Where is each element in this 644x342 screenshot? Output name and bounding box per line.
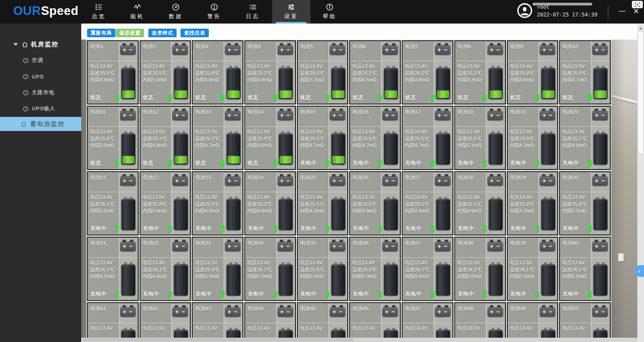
tab-energy[interactable]: 能耗	[118, 0, 157, 24]
battery-plus-minus-icon[interactable]: +−	[330, 45, 345, 55]
battery-card[interactable]: +− 电池17 电压13.4V 温度25.5℃ 内阻4.7mΩ 充电中	[402, 106, 453, 170]
battery-card[interactable]: +− 电池43 电压13.3V	[192, 302, 243, 342]
battery-plus-minus-icon[interactable]: +−	[225, 242, 241, 251]
vertical-scrollbar[interactable]: ▲	[637, 24, 644, 342]
battery-plus-minus-icon[interactable]: +−	[487, 45, 503, 55]
tab-overview[interactable]: 总览	[80, 0, 118, 24]
battery-card[interactable]: +− 电池42 电压13.5V	[140, 302, 191, 342]
sidebar-item-battery-monitoring[interactable]: 蓄电池监控	[0, 117, 81, 131]
battery-plus-minus-icon[interactable]: +−	[225, 111, 241, 120]
battery-plus-minus-icon[interactable]: +−	[172, 307, 188, 317]
battery-plus-minus-icon[interactable]: +−	[487, 111, 503, 120]
battery-plus-minus-icon[interactable]: +−	[277, 242, 293, 251]
battery-plus-minus-icon[interactable]: +−	[120, 45, 136, 55]
battery-card[interactable]: +− 电池47 电压13.4V	[402, 302, 453, 342]
sidebar-item-mains[interactable]: 主路市电	[0, 87, 81, 98]
battery-plus-minus-icon[interactable]: +−	[540, 176, 555, 186]
battery-card[interactable]: +− 电池48 电压13.5V	[454, 302, 506, 342]
battery-card[interactable]: +− 电池19 电压13.4V 温度25.8℃ 内阻4.3mΩ 充电中	[507, 106, 558, 170]
vertical-scrollbar-thumb[interactable]	[638, 31, 644, 154]
battery-card[interactable]: +− 电池28 电压13.4V 温度25.5℃ 内阻4.9mΩ 充电中	[454, 171, 506, 235]
collapse-panel-chevron[interactable]: ‹	[635, 265, 644, 277]
battery-card[interactable]: +− 电池5 电压13.4V 温度25.5℃ 内阻5.2mΩ 状态	[297, 40, 348, 104]
battery-plus-minus-icon[interactable]: +−	[435, 111, 451, 120]
battery-card[interactable]: +− 电池6 电压13.4V 温度25.2℃ 内阻4.5mΩ 状态	[349, 40, 401, 104]
battery-card[interactable]: +− 电池4 电压13.4V 温度25.2℃ 内阻4.9mΩ 状态	[244, 40, 296, 104]
battery-plus-minus-icon[interactable]: +−	[330, 176, 345, 186]
battery-card[interactable]: +− 电池14 电压13.4V 温度25.5℃ 内阻4.6mΩ 状态	[244, 106, 296, 170]
battery-plus-minus-icon[interactable]: +−	[382, 45, 398, 55]
screenshot-tool-icon[interactable]	[632, 1, 643, 8]
battery-plus-minus-icon[interactable]: +−	[225, 307, 241, 317]
battery-plus-minus-icon[interactable]: +−	[277, 111, 293, 120]
battery-card[interactable]: +− 电池24 电压13.4V 温度25.2℃ 内阻4.8mΩ 充电中	[244, 171, 296, 235]
battery-plus-minus-icon[interactable]: +−	[435, 176, 451, 186]
battery-card[interactable]: +− 电池46 电压13.4V	[349, 302, 401, 342]
battery-plus-minus-icon[interactable]: +−	[120, 176, 136, 186]
battery-plus-minus-icon[interactable]: +−	[592, 242, 608, 251]
battery-card[interactable]: +− 电池34 电压13.4V 温度26.1℃ 内阻0.0mΩ 充电中	[244, 237, 296, 301]
battery-card[interactable]: +− 电池20 电压13.3V 温度25.2℃ 内阻4.8mΩ 充电中	[559, 106, 611, 170]
battery-card[interactable]: +− 电池16 电压13.4V 温度25.5℃ 内阻4.7mΩ 充电中	[349, 106, 401, 170]
battery-plus-minus-icon[interactable]: +−	[540, 242, 555, 251]
battery-card[interactable]: +− 电池15 电压13.4V 温度25.5℃ 内阻4.7mΩ 充电中	[297, 106, 348, 170]
battery-plus-minus-icon[interactable]: +−	[592, 45, 608, 55]
battery-card[interactable]: +− 电池49 电压13.4V	[507, 302, 558, 342]
tab-alerts[interactable]: 警告	[195, 0, 234, 24]
battery-card[interactable]: +− 电池33 电压13.5V 温度25.8℃ 内阻0.0mΩ 充电中	[192, 237, 243, 301]
battery-card[interactable]: +− 电池3 电压13.4V 温度25.8℃ 内阻4.8mΩ 状态	[192, 40, 243, 104]
battery-card[interactable]: +− 电池36 电压13.4V 温度25.8℃ 内阻0.0mΩ 充电中	[349, 237, 401, 301]
battery-plus-minus-icon[interactable]: +−	[225, 176, 241, 186]
horizontal-scrollbar[interactable]	[81, 338, 637, 342]
battery-card[interactable]: +− 电池2 电压13.4V 温度25.5℃ 内阻5.0mΩ 状态	[140, 40, 191, 104]
battery-plus-minus-icon[interactable]: +−	[382, 176, 398, 186]
tab-settings[interactable]: 设置	[272, 0, 310, 24]
battery-card[interactable]: +− 电池12 电压13.5V 温度25.2℃ 内阻4.9mΩ 状态	[140, 106, 191, 170]
save-settings-button[interactable]: 保存设置	[116, 29, 144, 37]
battery-plus-minus-icon[interactable]: +−	[120, 307, 136, 317]
battery-card[interactable]: +− 电池35 电压13.4V 温度25.5℃ 内阻0.0mΩ 充电中	[297, 237, 348, 301]
sidebar-item-ups-input[interactable]: UPS输入	[0, 103, 81, 114]
battery-card[interactable]: +− 电池8 电压13.4V 温度25.2℃ 内阻5.2mΩ 状态	[454, 40, 506, 104]
battery-plus-minus-icon[interactable]: +−	[225, 45, 241, 55]
battery-card[interactable]: +− 电池11 电压13.4V 温度25.8℃ 内阻5.0mΩ 状态	[87, 106, 139, 170]
battery-card[interactable]: +− 电池45 电压13.4V	[297, 302, 348, 342]
battery-card[interactable]: +− 电池7 电压13.4V 温度25.2℃ 内阻4.6mΩ 状态	[402, 40, 453, 104]
battery-card[interactable]: +− 电池32 电压13.4V 温度26.1℃ 内阻4.8mΩ 充电中	[140, 237, 191, 301]
battery-card[interactable]: +− 电池38 电压13.5V 温度26.1℃ 内阻0.0mΩ 充电中	[454, 237, 506, 301]
battery-card[interactable]: +− 电池41 电压13.4V	[87, 302, 139, 342]
battery-card[interactable]: +− 电池18 电压13.4V 温度25.5℃ 内阻5.1mΩ 充电中	[454, 106, 506, 170]
battery-plus-minus-icon[interactable]: +−	[435, 242, 451, 251]
battery-card[interactable]: +− 电池30 电压13.5V 温度25.8℃ 内阻5.5mΩ 充电中	[559, 171, 611, 235]
battery-plus-minus-icon[interactable]: +−	[487, 242, 503, 251]
find-meter-button[interactable]: 查找仪表	[181, 29, 209, 37]
battery-plus-minus-icon[interactable]: +−	[435, 307, 451, 317]
battery-plus-minus-icon[interactable]: +−	[172, 111, 188, 120]
battery-card[interactable]: +− 电池31 电压13.4V 温度26.1℃ 内阻4.2mΩ 充电中	[87, 237, 139, 301]
battery-card[interactable]: +− 电池9 电压13.4V 温度25.8℃ 内阻4.6mΩ 状态	[507, 40, 558, 104]
battery-card[interactable]: +− 电池25 电压13.4V 温度25.5℃ 内阻4.3mΩ 充电中	[297, 171, 348, 235]
battery-plus-minus-icon[interactable]: +−	[120, 111, 136, 120]
battery-card[interactable]: +− 电池22 电压13.5V 温度25.8℃ 内阻5.4mΩ 充电中	[140, 171, 191, 235]
tab-data[interactable]: 数据	[157, 0, 195, 24]
battery-card[interactable]: +− 电池39 电压13.5V 温度26.1℃ 内阻0.0mΩ 充电中	[507, 237, 558, 301]
battery-plus-minus-icon[interactable]: +−	[330, 111, 345, 120]
tab-logs[interactable]: 日志	[234, 0, 272, 24]
sidebar-section-room-monitoring[interactable]: 机房监控	[0, 38, 81, 50]
battery-card[interactable]: +− 电池44 电压13.4V	[244, 302, 296, 342]
battery-plus-minus-icon[interactable]: +−	[172, 176, 188, 186]
battery-plus-minus-icon[interactable]: +−	[382, 242, 398, 251]
battery-plus-minus-icon[interactable]: +−	[172, 45, 188, 55]
horizontal-scrollbar-thumb[interactable]	[83, 338, 354, 342]
battery-plus-minus-icon[interactable]: +−	[435, 45, 451, 55]
battery-plus-minus-icon[interactable]: +−	[487, 307, 503, 317]
battery-card[interactable]: +− 电池29 电压13.4V 温度25.8℃ 内阻4.3mΩ 充电中	[507, 171, 558, 235]
battery-card[interactable]: +− 电池37 电压13.4V 温度26.1℃ 内阻0.0mΩ 充电中	[402, 237, 453, 301]
battery-card[interactable]: +− 电池23 电压13.3V 温度25.8℃ 内阻4.3mΩ 充电中	[192, 171, 243, 235]
battery-card[interactable]: +− 电池10 电压13.5V 温度25.5℃ 内阻4.7mΩ 状态	[559, 40, 611, 104]
relayout-button[interactable]: 重新布局	[87, 29, 115, 37]
change-style-button[interactable]: 改变样式	[148, 29, 177, 37]
battery-plus-minus-icon[interactable]: +−	[540, 307, 555, 317]
scroll-up-icon[interactable]: ▲	[637, 25, 644, 31]
battery-card[interactable]: +− 电池50 电压13.4V	[559, 302, 611, 342]
